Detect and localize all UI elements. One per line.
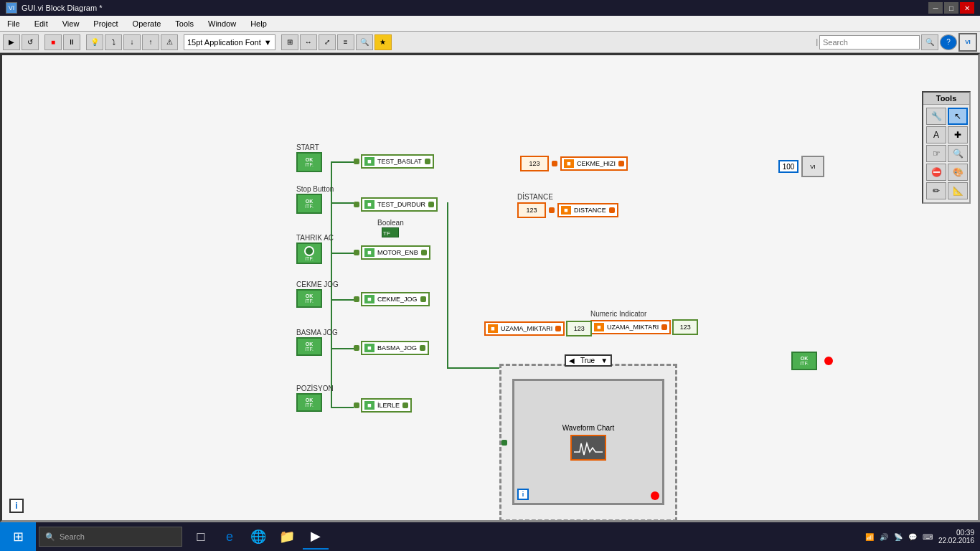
menu-tools[interactable]: Tools (168, 18, 201, 29)
cekme-jog-io-block[interactable]: ◼ CEKME_JOG (361, 292, 430, 306)
wire-h-tahrik (331, 253, 354, 254)
case-selector[interactable]: ◀ True ▼ (565, 354, 612, 367)
test-durdur-group: ◼ TEST_DURDUR (354, 197, 438, 212)
right-bool-control[interactable]: OK ITF. (791, 352, 817, 370)
distance-block[interactable]: ◼ DISTANCE (557, 203, 618, 217)
window-title: GUI.vi Block Diagram * (22, 4, 102, 12)
tool-color[interactable]: 🎨 (948, 164, 968, 181)
tool-wire[interactable]: ✏ (926, 182, 946, 199)
start-boolean-control[interactable]: OK ITF. (296, 152, 322, 172)
ilerle-group: ◼ İLERLE (354, 398, 412, 413)
uzama-numeric-display[interactable]: 123 (566, 321, 592, 336)
uzama-miktari-block[interactable]: ◼ UZAMA_MIKTARI (590, 320, 671, 334)
basma-jog-io-block[interactable]: ◼ BASMA_JOG (361, 341, 429, 355)
taskbar-chrome-icon[interactable]: 🌐 (245, 524, 271, 550)
menu-operate[interactable]: Operate (126, 18, 169, 29)
basma-jog-control[interactable]: OK ITF. (296, 337, 322, 356)
run-button[interactable]: ▶ (3, 34, 20, 50)
reorder-button[interactable]: ≡ (337, 34, 354, 50)
pozisyon-group: POZİSYON OK ITF. (296, 385, 334, 412)
ilerle-block[interactable]: ◼ İLERLE (361, 398, 412, 413)
basma-jog-group: BASMA JOG OK ITF. (296, 329, 338, 356)
block-diagram-canvas[interactable]: START OK ITF. ◼ TEST_BASLAT Stop Button (0, 53, 980, 522)
minimize-button[interactable]: ─ (928, 2, 943, 14)
basma-jog-label: BASMA JOG (296, 329, 338, 336)
pause-button[interactable]: ⏸ (63, 34, 80, 50)
cekme-hizi-row: 123 ◼ CEKME_HIZI (520, 156, 628, 171)
cekme-hizi-block[interactable]: ◼ CEKME_HIZI (560, 156, 628, 171)
warn-button[interactable]: ⚠ (161, 34, 178, 50)
highlight-button[interactable]: 💡 (86, 34, 103, 50)
test-durdur-block[interactable]: ◼ TEST_DURDUR (361, 197, 438, 212)
start-block-group: START OK ITF. (296, 143, 322, 172)
taskbar-right: 📶 🔊 📡 💬 ⌨ 00:39 22.02.2016 (865, 529, 980, 545)
step-over-button[interactable]: ⤵ (105, 34, 122, 50)
numeric-indicator-display[interactable]: 123 (672, 319, 698, 335)
align-button[interactable]: ⊞ (281, 34, 298, 50)
tool-operate[interactable]: 🔧 (926, 108, 946, 125)
case-structure[interactable]: ◀ True ▼ Waveform Chart i (499, 364, 677, 522)
cekme-jog-control[interactable]: OK ITF. (296, 289, 322, 308)
menu-window[interactable]: Window (201, 18, 243, 29)
search-button[interactable]: 🔍 (921, 34, 938, 50)
tool-cursor[interactable]: ✚ (948, 126, 968, 143)
help-button[interactable]: ? (940, 34, 957, 50)
test-baslat-block[interactable]: ◼ TEST_BASLAT (361, 154, 434, 169)
constant-100[interactable]: 100 (778, 160, 798, 173)
taskbar: ⊞ 🔍 Search □ e 🌐 📁 ▶ 📶 🔊 📡 💬 ⌨ 00:39 22.… (0, 522, 980, 551)
motor-enb-block[interactable]: ◼ MOTOR_ENB (361, 245, 430, 260)
uzama-miktari-group: ◼ UZAMA_MIKTARI 123 (590, 319, 698, 335)
menu-project[interactable]: Project (86, 18, 125, 29)
resize-button[interactable]: ⤢ (319, 34, 336, 50)
taskbar-view-icon[interactable]: □ (188, 524, 214, 550)
abort-button[interactable]: ■ (44, 34, 62, 50)
close-button[interactable]: ✕ (960, 2, 974, 14)
tool-text[interactable]: A (926, 126, 946, 143)
waveform-info-icon[interactable]: i (517, 489, 529, 500)
waveform-chart-icon[interactable] (570, 435, 606, 461)
step-out-button[interactable]: ↑ (142, 34, 159, 50)
test-baslat-terminal-right (425, 159, 430, 164)
taskbar-search[interactable]: 🔍 Search (39, 527, 182, 547)
maximize-button[interactable]: □ (944, 2, 958, 14)
taskbar-app-icons: □ e 🌐 📁 ▶ (188, 524, 329, 550)
cekme-hizi-input[interactable]: 123 (520, 156, 549, 171)
search-input[interactable] (819, 35, 920, 50)
tahrik-ac-control[interactable]: ITF. (296, 242, 322, 264)
stop-boolean-control[interactable]: OK ITF. (296, 194, 322, 214)
start-button[interactable]: ⊞ (0, 522, 36, 551)
distance-input[interactable]: 123 (517, 202, 546, 218)
wire-h-pozisyon (331, 407, 354, 408)
tool-scroll[interactable]: ☞ (926, 145, 946, 162)
menu-view[interactable]: View (55, 18, 87, 29)
pozisyon-control[interactable]: OK ITF. (296, 393, 322, 412)
tool-extra[interactable]: 📐 (948, 182, 968, 199)
right-red-indicator (824, 357, 833, 365)
run-continuously-button[interactable]: ↺ (22, 34, 39, 50)
info-box[interactable]: i (9, 499, 24, 513)
app-icon: VI (6, 2, 17, 14)
vi-icon: VI (958, 33, 977, 52)
window-controls: ─ □ ✕ (928, 2, 974, 14)
zoom-button[interactable]: 🔍 (356, 34, 373, 50)
clock-date: 22.02.2016 (938, 537, 974, 545)
uzama-block[interactable]: ◼ UZAMA_MIKTARI (484, 321, 565, 336)
taskbar-edge-icon[interactable]: e (217, 524, 242, 550)
constant-100-group: 100 VI (778, 156, 824, 177)
extra-button[interactable]: ★ (374, 34, 392, 50)
menu-help[interactable]: Help (243, 18, 274, 29)
tool-select[interactable]: ↖ (948, 108, 968, 125)
distribute-button[interactable]: ↔ (300, 34, 317, 50)
menu-edit[interactable]: Edit (27, 18, 55, 29)
menu-file[interactable]: File (0, 18, 27, 29)
tool-breakpoint[interactable]: ⛔ (926, 164, 946, 181)
step-into-button[interactable]: ↓ (123, 34, 141, 50)
waveform-stop-indicator (651, 491, 659, 500)
taskbar-network-icon: 📶 (865, 533, 874, 541)
wire-h-start (331, 161, 354, 163)
taskbar-explorer-icon[interactable]: 📁 (274, 524, 300, 550)
vi-subblock[interactable]: VI (801, 156, 824, 177)
taskbar-labview-icon[interactable]: ▶ (303, 524, 329, 550)
tool-probe[interactable]: 🔍 (948, 145, 968, 162)
font-dropdown[interactable]: 15pt Application Font ▼ (184, 34, 275, 50)
